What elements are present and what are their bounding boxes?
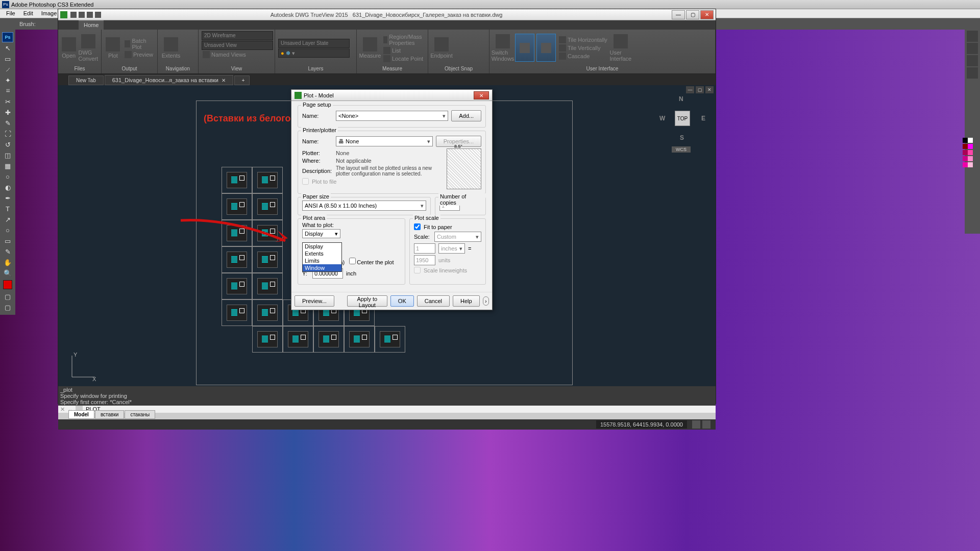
command-line[interactable]: ✕ ⌄ PLOT xyxy=(58,406,716,413)
brush-tool[interactable]: ✎ xyxy=(2,118,13,128)
photoshop-toolbox[interactable]: Ps ↖ ▭ ⟋ ✦ ⌗ ✂ ✚ ✎ ⛶ ↺ ◫ ▦ ○ ◐ ✒ T ↗ ○ ▭… xyxy=(0,30,15,315)
osnap-icon[interactable] xyxy=(472,53,479,60)
doc-min[interactable]: — xyxy=(686,86,694,93)
min-button[interactable]: — xyxy=(672,10,685,19)
osnap-icon[interactable] xyxy=(463,53,470,60)
extents-button[interactable]: Extents xyxy=(161,34,181,62)
ok-button[interactable]: OK xyxy=(390,295,414,307)
tab-add[interactable]: + xyxy=(234,76,250,85)
slice-tool[interactable]: ✂ xyxy=(2,96,13,107)
shape-tool[interactable]: ○ xyxy=(2,225,13,235)
printer-combo[interactable]: 🖶 None xyxy=(336,136,433,146)
plot-option-limits[interactable]: Limits xyxy=(303,257,341,264)
nav-icon[interactable] xyxy=(183,44,190,52)
nav-icon[interactable] xyxy=(183,53,190,60)
ribbon-tab-home[interactable]: Home xyxy=(79,20,104,30)
photoshop-swatches[interactable] xyxy=(963,138,978,168)
layer-icon[interactable] xyxy=(295,31,302,38)
fg-swatch[interactable] xyxy=(3,280,12,289)
quickmask-tool[interactable]: ▢ xyxy=(2,291,13,302)
tilehoriz-button[interactable]: Tile Horizontally xyxy=(558,36,608,44)
palette-btn[interactable] xyxy=(967,55,978,66)
whattoplot-combo[interactable]: Display xyxy=(302,229,340,238)
plot-dialog-close[interactable]: ✕ xyxy=(474,91,489,99)
qat-btn[interactable] xyxy=(79,12,85,18)
osnap-icon[interactable] xyxy=(472,44,479,52)
nav-icon[interactable] xyxy=(183,36,190,43)
center-checkbox[interactable] xyxy=(349,258,356,264)
preview-button[interactable]: Preview xyxy=(124,51,154,59)
expand-button[interactable]: › xyxy=(483,296,489,306)
add-pagesetup-button[interactable]: Add... xyxy=(451,110,481,121)
osnap-icon[interactable] xyxy=(472,36,479,43)
layout-tab[interactable]: стаканы xyxy=(125,410,155,419)
max-button[interactable]: ▢ xyxy=(686,10,699,19)
qat-btn[interactable] xyxy=(87,12,93,18)
ps-logo-button[interactable]: Ps xyxy=(2,32,13,42)
plot-dialog-titlebar[interactable]: Plot - Model ✕ xyxy=(291,90,492,101)
pen-tool[interactable]: ✒ xyxy=(2,193,13,203)
whattoplot-dropdown[interactable]: Display Extents Limits Window xyxy=(302,242,342,272)
screenmode-tool[interactable]: ▢ xyxy=(2,302,13,312)
view-cube[interactable]: N S E W TOP WCS xyxy=(659,95,705,141)
palette-btn[interactable] xyxy=(967,43,978,54)
history-tool[interactable]: ↺ xyxy=(2,139,13,149)
palette-btn[interactable] xyxy=(967,31,978,42)
preview-button[interactable]: Preview... xyxy=(295,295,334,307)
osnap-icon[interactable] xyxy=(454,36,461,43)
notes-tool[interactable]: ▭ xyxy=(2,236,13,246)
status-icon[interactable] xyxy=(702,420,710,429)
visualstyle-combo[interactable]: 2D Wireframe xyxy=(202,31,273,40)
locatepoint-button[interactable]: Locate Point xyxy=(382,55,426,63)
plot-option-extents[interactable]: Extents xyxy=(303,250,341,257)
layout-model[interactable]: Model xyxy=(68,410,94,419)
marquee-tool[interactable]: ▭ xyxy=(2,54,13,64)
move-tool[interactable]: ↖ xyxy=(2,43,13,53)
plot-option-display[interactable]: Display xyxy=(303,243,341,250)
gradient-tool[interactable]: ▦ xyxy=(2,161,13,171)
photoshop-palettes[interactable] xyxy=(965,30,980,234)
regionmass-button[interactable]: Region/Mass Properties xyxy=(382,33,426,46)
type-tool[interactable]: T xyxy=(2,204,13,214)
wcs-label[interactable]: WCS xyxy=(672,146,691,153)
osnap-icon[interactable] xyxy=(454,53,461,60)
plot-option-window[interactable]: Window xyxy=(303,264,341,271)
layer-combo[interactable]: ●❄▾ xyxy=(278,48,350,58)
tab-file[interactable]: 631_Divage_Новоси...я_заказ на вставки ✕ xyxy=(105,75,233,85)
pagesetup-name-combo[interactable]: <None> xyxy=(336,111,448,121)
layerstate-combo[interactable]: Unsaved Layer State xyxy=(278,39,350,48)
qat-btn[interactable] xyxy=(95,12,101,18)
status-icon[interactable] xyxy=(692,420,700,429)
blur-tool[interactable]: ○ xyxy=(2,171,13,182)
layout-tab[interactable]: вставки xyxy=(95,410,125,419)
ribbon-tabs[interactable]: Home xyxy=(58,20,716,30)
papersize-combo[interactable]: ANSI A (8.50 x 11.00 Inches) xyxy=(302,201,426,211)
doc-tabs[interactable]: New Tab 631_Divage_Новоси...я_заказ на в… xyxy=(58,74,716,85)
dwgconvert-button[interactable]: DWG Convert xyxy=(78,34,98,62)
help-button[interactable]: Help xyxy=(453,295,480,307)
eraser-tool[interactable]: ◫ xyxy=(2,150,13,160)
hand-tool[interactable]: ✋ xyxy=(2,257,13,267)
palette-btn[interactable] xyxy=(967,67,978,79)
doc-close[interactable]: ✕ xyxy=(705,86,714,93)
osnap-icon[interactable] xyxy=(463,36,470,43)
lasso-tool[interactable]: ⟋ xyxy=(2,64,13,74)
apply-button[interactable]: Apply to Layout xyxy=(347,295,387,307)
open-button[interactable]: Open xyxy=(61,34,76,62)
viewcube-top[interactable]: TOP xyxy=(675,111,690,126)
endpoint-button[interactable]: Endpoint xyxy=(431,34,452,62)
fitpaper-checkbox[interactable] xyxy=(414,223,421,230)
cascade-button[interactable]: Cascade xyxy=(558,52,608,60)
plot-button[interactable]: Plot xyxy=(105,34,121,62)
crop-tool[interactable]: ⌗ xyxy=(2,86,13,96)
heal-tool[interactable]: ✚ xyxy=(2,107,13,117)
osnap-icon[interactable] xyxy=(454,44,461,52)
stamp-tool[interactable]: ⛶ xyxy=(2,129,13,139)
ui-tile-button[interactable] xyxy=(515,34,534,62)
eyedrop-tool[interactable]: ✎ xyxy=(2,246,13,257)
menu-edit[interactable]: Edit xyxy=(19,9,37,18)
doc-max[interactable]: ▢ xyxy=(696,86,704,93)
wand-tool[interactable]: ✦ xyxy=(2,75,13,85)
cancel-button[interactable]: Cancel xyxy=(417,295,450,307)
switchwin-button[interactable]: Switch Windows xyxy=(493,34,513,62)
